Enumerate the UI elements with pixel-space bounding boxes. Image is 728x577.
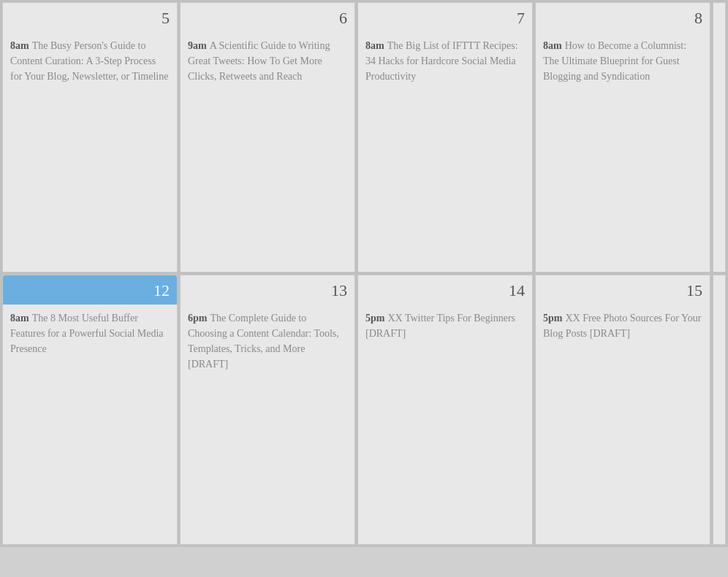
overflow-cell-row2	[713, 275, 726, 545]
event-time-15: 5pm	[543, 313, 562, 324]
calendar-cell-12[interactable]: 12 8am The 8 Most Useful Buffer Features…	[2, 275, 178, 545]
calendar-cell-14[interactable]: 14 5pm XX Twitter Tips For Beginners [DR…	[357, 275, 533, 545]
calendar-cell-13[interactable]: 13 6pm The Complete Guide to Choosing a …	[180, 275, 355, 545]
calendar-cell-8[interactable]: 8 8am How to Become a Columnist: The Ult…	[535, 2, 710, 272]
event-time-14: 5pm	[365, 313, 384, 324]
event-time-7: 8am	[365, 40, 384, 51]
event-title-13: The Complete Guide to Choosing a Content…	[188, 313, 339, 370]
calendar-cell-7[interactable]: 7 8am The Big List of IFTTT Recipes: 34 …	[357, 2, 533, 272]
day-number-13: 13	[181, 275, 354, 305]
cell-content-8: 8am How to Become a Columnist: The Ultim…	[536, 32, 710, 272]
event-time-12: 8am	[10, 313, 29, 324]
overflow-cell-row1	[713, 2, 726, 272]
calendar-grid: 5 8am The Busy Person's Guide to Content…	[0, 0, 728, 547]
day-number-7: 7	[358, 3, 532, 32]
day-number-6: 6	[181, 3, 354, 32]
event-time-6: 9am	[188, 40, 207, 51]
calendar-cell-6[interactable]: 6 9am A Scientific Guide to Writing Grea…	[180, 2, 355, 272]
event-title-6: A Scientific Guide to Writing Great Twee…	[188, 40, 330, 82]
cell-content-12: 8am The 8 Most Useful Buffer Features fo…	[3, 305, 177, 544]
cell-content-14: 5pm XX Twitter Tips For Beginners [DRAFT…	[358, 305, 532, 544]
day-number-14: 14	[358, 275, 532, 305]
event-time-13: 6pm	[188, 313, 207, 324]
cell-content-15: 5pm XX Free Photo Sources For Your Blog …	[536, 305, 710, 544]
event-time-5: 8am	[10, 40, 29, 51]
calendar-cell-15[interactable]: 15 5pm XX Free Photo Sources For Your Bl…	[535, 275, 710, 545]
event-title-14: XX Twitter Tips For Beginners [DRAFT]	[365, 313, 515, 339]
event-title-15: XX Free Photo Sources For Your Blog Post…	[543, 313, 701, 339]
event-title-5: The Busy Person's Guide to Content Curat…	[10, 40, 168, 82]
cell-content-6: 9am A Scientific Guide to Writing Great …	[181, 32, 354, 272]
cell-content-5: 8am The Busy Person's Guide to Content C…	[3, 32, 177, 272]
event-title-7: The Big List of IFTTT Recipes: 34 Hacks …	[365, 40, 518, 82]
cell-content-13: 6pm The Complete Guide to Choosing a Con…	[181, 305, 354, 544]
event-title-8: How to Become a Columnist: The Ultimate …	[543, 40, 686, 82]
day-number-15: 15	[536, 275, 710, 305]
cell-content-7: 8am The Big List of IFTTT Recipes: 34 Ha…	[358, 32, 532, 272]
event-title-12: The 8 Most Useful Buffer Features for a …	[10, 313, 164, 354]
day-number-8: 8	[536, 3, 710, 32]
calendar-cell-5[interactable]: 5 8am The Busy Person's Guide to Content…	[2, 2, 178, 272]
event-time-8: 8am	[543, 40, 562, 51]
day-number-12: 12	[3, 275, 177, 305]
day-number-5: 5	[3, 3, 177, 32]
